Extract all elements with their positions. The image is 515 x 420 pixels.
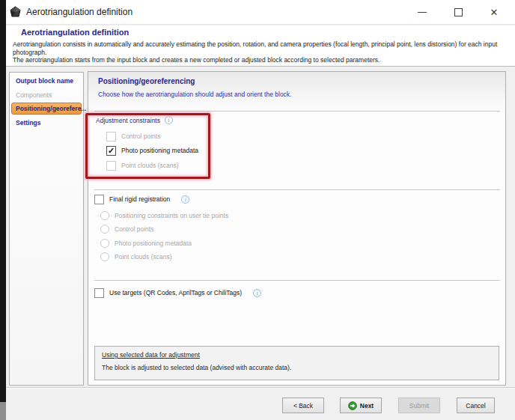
close-button[interactable]: ✕ [483, 4, 505, 20]
positioning-constraints-label: Positioning constraints on user tie poin… [115, 212, 228, 219]
description-line-2: The aerotriangulation starts from the in… [13, 56, 513, 64]
use-targets-checkbox[interactable] [94, 288, 104, 298]
minimize-icon: — [418, 7, 427, 17]
radio-row-point-clouds: Point clouds (scans) [100, 252, 172, 262]
minimize-button[interactable]: — [411, 4, 433, 20]
final-rigid-registration-checkbox[interactable] [94, 195, 104, 204]
radio-row-photo-positioning-metadata: Photo positioning metadata [100, 238, 192, 249]
page-title: Positioning/georeferencing [98, 77, 195, 85]
positioning-georeferencing-panel: Positioning/georeferencing Choose how th… [88, 71, 506, 386]
positioning-constraints-radio [100, 211, 109, 220]
info-icon[interactable]: i [181, 195, 189, 204]
maximize-button[interactable] [447, 4, 469, 20]
separator [94, 111, 500, 112]
wizard-title: Aerotriangulation definition [21, 28, 129, 37]
info-icon[interactable]: i [253, 289, 261, 297]
final-rigid-registration-label[interactable]: Final rigid registration [109, 195, 170, 203]
use-targets-label[interactable]: Use targets (QR Codes, AprilTags or Chil… [109, 289, 242, 296]
page-subtitle: Choose how the aerotriangulation should … [98, 91, 291, 98]
info-icon[interactable]: i [165, 116, 173, 124]
aerotriangulation-wizard-window: Aerotriangulation definition — ✕ Aerotri… [0, 0, 515, 420]
adjustment-constraints-label: Adjustment constraints [96, 117, 160, 124]
adjustment-constraints-group: Adjustment constraints i [96, 116, 173, 124]
title-bar[interactable]: Aerotriangulation definition — ✕ [6, 0, 515, 25]
photo-positioning-metadata-label[interactable]: Photo positioning metadata [121, 147, 198, 154]
sidebar-item-output-block-name[interactable]: Output block name [16, 77, 73, 85]
checkbox-row-photo-positioning-metadata: ✓ Photo positioning metadata [106, 145, 198, 156]
checkbox-row-final-rigid-registration: Final rigid registration i [94, 194, 189, 204]
checkbox-row-control-points: Control points [106, 131, 160, 141]
sidebar-item-settings[interactable]: Settings [16, 119, 41, 127]
next-button-label: Next [360, 402, 374, 410]
wizard-header: Aerotriangulation definition Aerotriangu… [6, 25, 515, 67]
submit-button: Submit [398, 398, 440, 413]
control-points-radio-label: Control points [115, 225, 153, 233]
next-icon [348, 401, 357, 410]
control-points-label: Control points [121, 133, 160, 140]
wizard-description: Aerotriangulation consists in automatica… [13, 40, 513, 64]
adjustment-info-box: Using selected data for adjustment The b… [94, 346, 499, 380]
info-box-text: The block is adjusted to selected data (… [102, 364, 291, 371]
back-button[interactable]: < Back [282, 398, 324, 413]
wizard-steps-sidebar: Output block name Components Positioning… [9, 72, 84, 386]
sidebar-item-positioning-georeferencing[interactable]: Positioning/georefere... [11, 103, 82, 115]
close-icon: ✕ [490, 7, 499, 18]
separator [94, 189, 500, 191]
description-line-1: Aerotriangulation consists in automatica… [13, 40, 513, 56]
cancel-button[interactable]: Cancel [457, 398, 495, 413]
point-clouds-radio [100, 252, 109, 261]
separator [6, 387, 515, 389]
radio-row-control-points: Control points [100, 224, 153, 234]
point-clouds-radio-label: Point clouds (scans) [115, 253, 172, 261]
checkbox-row-point-clouds: Point clouds (scans) [106, 160, 179, 171]
point-clouds-checkbox [106, 161, 116, 171]
control-points-radio [100, 225, 109, 234]
radio-row-positioning-constraints: Positioning constraints on user tie poin… [100, 210, 228, 221]
photo-positioning-metadata-radio-label: Photo positioning metadata [115, 240, 192, 247]
point-clouds-label: Point clouds (scans) [121, 162, 179, 169]
app-icon [9, 6, 22, 19]
info-box-title: Using selected data for adjustment [102, 351, 200, 359]
photo-positioning-metadata-checkbox[interactable]: ✓ [106, 146, 116, 156]
checkbox-row-use-targets: Use targets (QR Codes, AprilTags or Chil… [94, 287, 261, 298]
check-icon: ✓ [108, 147, 115, 155]
next-button[interactable]: Next [340, 398, 382, 413]
window-title: Aerotriangulation definition [26, 7, 132, 17]
control-points-checkbox [106, 132, 116, 141]
background-window-edge [0, 0, 6, 420]
photo-positioning-metadata-radio [100, 239, 109, 248]
maximize-icon [454, 8, 463, 16]
sidebar-item-components: Components [16, 91, 52, 99]
separator [94, 280, 500, 281]
